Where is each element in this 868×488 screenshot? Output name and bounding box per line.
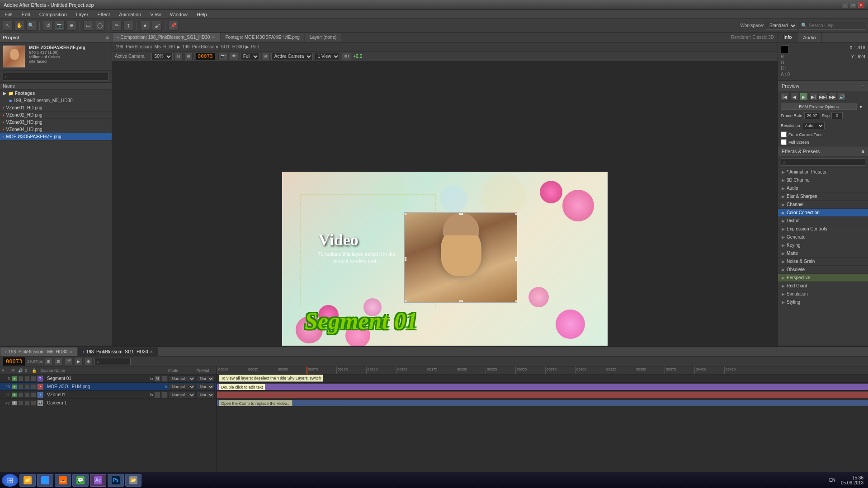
- layer-tab[interactable]: Layer: (none): [305, 33, 341, 42]
- layer-3-vis[interactable]: ●: [12, 376, 17, 381]
- shape-tool[interactable]: ★: [140, 21, 150, 31]
- zoom-tool[interactable]: 🔍: [26, 21, 36, 31]
- taskbar-explorer[interactable]: 📁: [19, 474, 36, 487]
- segment01-block[interactable]: Double click to edit text: [217, 384, 868, 390]
- taskbar-folder[interactable]: 📂: [125, 474, 142, 487]
- close-button[interactable]: ✕: [858, 2, 864, 8]
- mask-ellipse-tool[interactable]: ◯: [95, 21, 105, 31]
- layer-3-fx[interactable]: fx: [150, 376, 153, 381]
- layer-3-mode-select[interactable]: Normal: [169, 375, 196, 382]
- layer-42-solo[interactable]: [24, 400, 30, 406]
- preview-panel-header[interactable]: Preview ≡: [778, 81, 868, 91]
- timeline-tab-m5-close[interactable]: ✕: [69, 350, 73, 354]
- hand-tool[interactable]: ✋: [14, 21, 24, 31]
- workspace-select[interactable]: Standard: [766, 22, 797, 30]
- safe-zones-button[interactable]: ⊞: [184, 53, 193, 60]
- ram-preview-options-button[interactable]: RAM Preview Options: [781, 103, 857, 110]
- layer-moe[interactable]: 20 ● ▪ МОЕ ИЗО...ЕНИ.png fx Normal None: [0, 383, 217, 391]
- layer-21-3d[interactable]: [161, 392, 168, 398]
- layer-21-audio[interactable]: [18, 392, 24, 398]
- handle-tm[interactable]: [459, 212, 463, 215]
- cat-blur-sharpen[interactable]: ▶ Blur & Sharpen: [778, 192, 868, 201]
- file-vzone03[interactable]: ▪ VZone03_HD.png: [0, 119, 112, 126]
- file-vzone01[interactable]: ▪ VZone01_HD.png: [0, 104, 112, 112]
- start-button[interactable]: ⊞: [2, 474, 18, 487]
- taskbar-viber[interactable]: 💬: [72, 474, 89, 487]
- rotate-tool[interactable]: ↺: [43, 21, 53, 31]
- handle-bm[interactable]: [459, 300, 463, 303]
- layer-21-fx[interactable]: fx: [150, 393, 153, 397]
- cat-expression-controls[interactable]: ▶ Expression Controls: [778, 225, 868, 233]
- taskbar-chrome[interactable]: 🌐: [37, 474, 53, 487]
- ram-dropdown-icon[interactable]: ▼: [859, 104, 863, 109]
- pan-tool[interactable]: ⊕: [66, 21, 76, 31]
- taskbar-aftereffects[interactable]: Ae: [90, 474, 106, 487]
- handle-ml[interactable]: [404, 257, 406, 261]
- menu-animation[interactable]: Animation: [117, 11, 143, 18]
- layer-20-lock[interactable]: [31, 384, 36, 389]
- effects-menu-icon[interactable]: ≡: [862, 149, 864, 154]
- layer-3-solo[interactable]: [24, 376, 30, 381]
- camera-select[interactable]: Active Camera: [271, 53, 313, 60]
- skip-input[interactable]: [831, 112, 843, 119]
- go-to-end-button[interactable]: ▶▶|: [819, 93, 827, 101]
- project-panel-close[interactable]: ≡: [106, 35, 109, 40]
- flow-btn[interactable]: ⊕: [85, 358, 93, 365]
- go-to-start-button[interactable]: |◀: [781, 93, 789, 101]
- fit-button[interactable]: ⊡: [175, 53, 183, 60]
- layer-3-trk-select[interactable]: None: [197, 375, 215, 382]
- selection-tool[interactable]: ↖: [3, 21, 13, 31]
- layer-21-lock[interactable]: [31, 392, 36, 398]
- menu-effect[interactable]: Effect: [95, 11, 112, 18]
- cat-obsolete[interactable]: ▶ Obsolete: [778, 266, 868, 274]
- resolution-select-preview[interactable]: Auto: [802, 122, 825, 129]
- layer-42-audio[interactable]: [18, 400, 24, 406]
- layer-42-vis[interactable]: ●: [12, 400, 17, 406]
- layer-20-solo[interactable]: [24, 384, 30, 389]
- footages-folder[interactable]: ▶ 📁 Footages: [0, 90, 112, 97]
- layer-21-mode-select[interactable]: Normal: [169, 392, 196, 398]
- menu-view[interactable]: View: [148, 11, 163, 18]
- resolution-select[interactable]: Full: [240, 53, 259, 60]
- timeline-tracks-area[interactable]: 00000 00025 00050 00075 00100 00125 0015…: [217, 366, 868, 473]
- info-tab[interactable]: Info: [778, 33, 797, 42]
- timeline-tab-sg1[interactable]: ▪ 198_PinkBlossom_SG1_HD30 ✕: [78, 347, 158, 356]
- taskbar-firefox[interactable]: 🦊: [55, 474, 71, 487]
- cat-animation-presets[interactable]: ▶ * Animation Presets: [778, 168, 868, 176]
- grid-button[interactable]: ⊞: [261, 53, 269, 60]
- cat-3d-channel[interactable]: ▶ 3D Channel: [778, 176, 868, 184]
- track-segment01-content[interactable]: Double click to edit text: [217, 383, 868, 391]
- breadcrumb-item-1[interactable]: 198_PinkBlossom_M5_HD30: [116, 44, 175, 49]
- layer-20-fx[interactable]: fx: [165, 385, 168, 389]
- search-help-input[interactable]: [809, 23, 863, 28]
- handle-tr[interactable]: [515, 212, 517, 215]
- prev-frame-button[interactable]: ◀: [790, 93, 798, 101]
- pen-tool[interactable]: ✏: [112, 21, 122, 31]
- 3d-glasses-button[interactable]: 3D: [342, 53, 352, 60]
- timeline-search-input[interactable]: [94, 358, 131, 365]
- next-frame-button[interactable]: ▶|: [809, 93, 817, 101]
- layer-20-trk-select[interactable]: None: [197, 384, 215, 390]
- cat-generate[interactable]: ▶ Generate: [778, 233, 868, 241]
- layer-segment01[interactable]: 3 ● T Segment 01 fx M Normal None: [0, 375, 217, 383]
- cat-distort[interactable]: ▶ Distort: [778, 217, 868, 225]
- camera-tool[interactable]: 📷: [55, 21, 65, 31]
- file-moe-image[interactable]: ▪ МОЕ ИЗОБРАЖЕНИЕ.png: [0, 133, 112, 141]
- moe-image-block[interactable]: [217, 392, 868, 398]
- layer-42-lock[interactable]: [31, 400, 36, 406]
- minimize-button[interactable]: ─: [842, 2, 848, 8]
- layer-3-motion-blur[interactable]: M: [154, 375, 160, 382]
- snapshot-button[interactable]: 📷: [218, 53, 228, 60]
- cat-keying[interactable]: ▶ Keying: [778, 241, 868, 249]
- footage-tab[interactable]: Footage: МОЕ ИЗОБРАЖЕНИЕ.png: [220, 33, 304, 42]
- menu-file[interactable]: File: [3, 11, 14, 18]
- layer-camera1[interactable]: 42 ● 📷 Camera 1: [0, 399, 217, 407]
- vzone01-block[interactable]: Open the Comp to replace the Video...: [217, 400, 868, 406]
- cat-audio[interactable]: ▶ Audio: [778, 184, 868, 192]
- layer-20-audio[interactable]: [18, 384, 24, 389]
- layer-21-trk-select[interactable]: None: [197, 392, 215, 398]
- handle-bl[interactable]: [404, 300, 406, 303]
- menu-composition[interactable]: Composition: [38, 11, 69, 18]
- comp-btn[interactable]: 🎬: [65, 358, 73, 365]
- cat-simulation[interactable]: ▶ Simulation: [778, 290, 868, 298]
